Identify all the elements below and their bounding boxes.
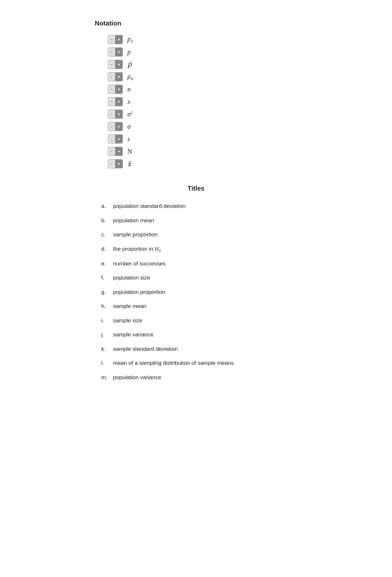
symbol-sigma: σ [127, 123, 131, 130]
page-container: Notation - ▼ p0 - ▼ p - ▼ p̂ [82, 13, 310, 394]
list-text-i: sample size [113, 316, 142, 325]
spinner-sigma2[interactable]: - ▼ [108, 110, 123, 119]
notation-row-sigma: - ▼ σ [108, 122, 297, 131]
list-letter-m: m. [101, 373, 110, 382]
spinner-s[interactable]: - ▼ [108, 134, 123, 144]
list-text-f: population size [113, 274, 150, 282]
spinner-arrow-s[interactable]: ▼ [115, 134, 122, 144]
list-letter-k: k. [101, 345, 110, 353]
spinner-phat[interactable]: - ▼ [108, 60, 123, 69]
list-letter-g: g. [101, 288, 110, 297]
notation-row-s: - ▼ s [108, 134, 297, 144]
spinner-minus-phat[interactable]: - [108, 60, 115, 69]
list-item: h. sample mean [101, 302, 297, 311]
spinner-arrow-phat[interactable]: ▼ [115, 60, 122, 69]
symbol-n: n [127, 86, 131, 93]
list-text-k: sample standard deviation [113, 345, 178, 353]
spinner-p0[interactable]: - ▼ [108, 35, 123, 44]
list-text-h: sample mean [113, 302, 146, 311]
list-text-j: sample variance [113, 331, 154, 339]
list-text-m: population variance [113, 373, 161, 382]
list-item: a. population standard deviation [101, 202, 297, 211]
list-text-b: population mean [113, 216, 154, 225]
spinner-x[interactable]: - ▼ [108, 97, 123, 106]
notation-row-phat: - ▼ p̂ [108, 60, 297, 69]
list-letter-j: j. [101, 331, 110, 339]
list-text-e: number of successes [113, 260, 166, 268]
list-text-l: mean of a sampling distribution of sampl… [113, 359, 234, 367]
spinner-arrow-x[interactable]: ▼ [115, 97, 122, 106]
spinner-minus-p[interactable]: - [108, 47, 115, 57]
spinner-arrow-sigma[interactable]: ▼ [115, 122, 122, 131]
spinner-xbar[interactable]: - ▼ [108, 159, 123, 168]
list-item: m. population variance [101, 373, 297, 382]
spinner-minus-x[interactable]: - [108, 97, 115, 106]
notation-list: - ▼ p0 - ▼ p - ▼ p̂ - ▼ [95, 35, 297, 168]
notation-row-p: - ▼ p [108, 47, 297, 57]
symbol-N: N [127, 148, 132, 155]
notation-row-p0: - ▼ p0 [108, 35, 297, 44]
notation-row-N: - ▼ N [108, 147, 297, 156]
list-text-a: population standard deviation [113, 202, 186, 211]
list-letter-l: l. [101, 359, 110, 367]
spinner-arrow-n[interactable]: ▼ [115, 85, 122, 94]
spinner-mu-xbar[interactable]: - ▼ [108, 72, 123, 81]
spinner-minus-N[interactable]: - [108, 147, 115, 156]
list-item: i. sample size [101, 316, 297, 325]
notation-row-mu-xbar: - ▼ μx̄ [108, 72, 297, 81]
list-item: c. sample proportion [101, 230, 297, 239]
list-item: e. number of successes [101, 260, 297, 268]
list-letter-b: b. [101, 216, 110, 225]
spinner-sigma[interactable]: - ▼ [108, 122, 123, 131]
list-item: d. the proportion in H0 [101, 245, 297, 254]
symbol-mu-xbar: μx̄ [127, 73, 133, 81]
symbol-phat: p̂ [127, 60, 132, 68]
spinner-minus-s[interactable]: - [108, 134, 115, 144]
list-letter-e: e. [101, 260, 110, 268]
list-letter-c: c. [101, 230, 110, 239]
list-letter-i: i. [101, 316, 110, 325]
list-item: k. sample standard deviation [101, 345, 297, 353]
list-text-g: population proportion [113, 288, 165, 297]
notation-row-x: - ▼ x [108, 97, 297, 106]
list-letter-d: d. [101, 245, 110, 253]
spinner-arrow-sigma2[interactable]: ▼ [115, 110, 122, 119]
list-letter-a: a. [101, 202, 110, 211]
symbol-sigma2: σ2 [127, 110, 133, 118]
spinner-minus-n[interactable]: - [108, 85, 115, 94]
list-text-c: sample proportion [113, 230, 157, 239]
titles-heading: Titles [95, 185, 297, 192]
symbol-p0: p0 [127, 35, 133, 44]
notation-title: Notation [95, 20, 297, 27]
symbol-p: p [127, 48, 131, 56]
list-letter-h: h. [101, 302, 110, 311]
list-item: g. population proportion [101, 288, 297, 297]
symbol-x: x [127, 98, 130, 106]
symbol-xbar: x̄ [127, 160, 131, 168]
spinner-arrow-xbar[interactable]: ▼ [115, 159, 122, 168]
spinner-N[interactable]: - ▼ [108, 147, 123, 156]
list-item: j. sample variance [101, 331, 297, 339]
spinner-arrow-p[interactable]: ▼ [115, 47, 122, 57]
spinner-minus-mu-xbar[interactable]: - [108, 72, 115, 81]
symbol-s: s [127, 135, 130, 143]
spinner-minus-p0[interactable]: - [108, 35, 115, 44]
notation-row-n: - ▼ n [108, 85, 297, 94]
titles-section: Titles a. population standard deviation … [95, 185, 297, 382]
list-item: b. population mean [101, 216, 297, 225]
notation-row-sigma2: - ▼ σ2 [108, 110, 297, 119]
titles-list: a. population standard deviation b. popu… [95, 202, 297, 382]
spinner-arrow-mu-xbar[interactable]: ▼ [115, 72, 122, 81]
list-item: l. mean of a sampling distribution of sa… [101, 359, 297, 367]
spinner-arrow-N[interactable]: ▼ [115, 147, 122, 156]
list-item: f. population size [101, 274, 297, 282]
spinner-minus-sigma2[interactable]: - [108, 110, 115, 119]
spinner-arrow-p0[interactable]: ▼ [115, 35, 122, 44]
spinner-minus-sigma[interactable]: - [108, 122, 115, 131]
spinner-minus-xbar[interactable]: - [108, 159, 115, 168]
list-text-d: the proportion in H0 [113, 245, 161, 254]
notation-row-xbar: - ▼ x̄ [108, 159, 297, 168]
spinner-p[interactable]: - ▼ [108, 47, 123, 57]
list-letter-f: f. [101, 274, 110, 282]
spinner-n[interactable]: - ▼ [108, 85, 123, 94]
